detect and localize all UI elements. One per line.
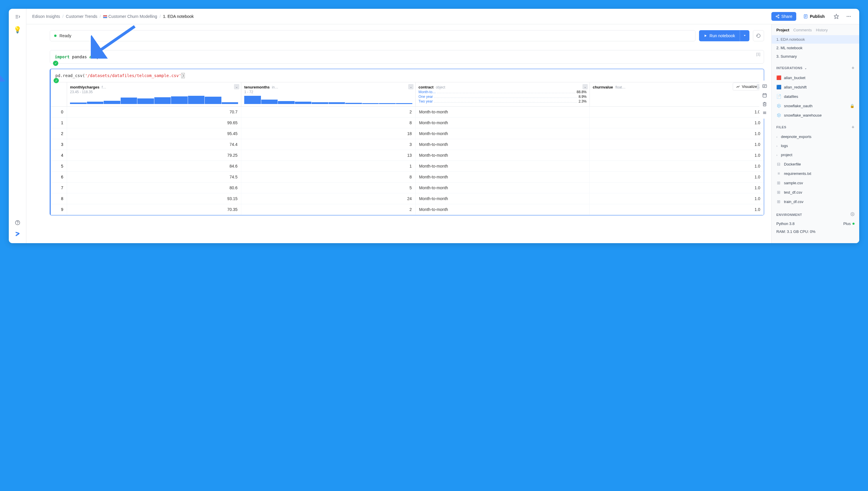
row-index: 7: [51, 182, 67, 193]
tab-history[interactable]: History: [816, 28, 828, 32]
code-content[interactable]: pd.read_csv('/datasets/datafiles/telcom_…: [51, 69, 764, 82]
more-icon[interactable]: [844, 12, 854, 21]
integration-item[interactable]: 📄datafiles: [772, 92, 859, 101]
gear-icon[interactable]: [850, 212, 855, 218]
file-item[interactable]: ⊞sample.csv: [772, 178, 859, 187]
table-cell: 95.45: [67, 128, 241, 139]
publish-button[interactable]: Publish: [799, 12, 829, 21]
help-icon[interactable]: [14, 219, 21, 226]
add-integration-button[interactable]: +: [851, 65, 855, 70]
integration-item[interactable]: ❄️snowflake_oauth🔒: [772, 101, 859, 111]
code-content[interactable]: import pandas as pd: [50, 50, 764, 63]
code-cell[interactable]: [1] import pandas as pd ✓: [50, 50, 764, 64]
chevron-right-icon: ›: [776, 153, 778, 157]
table-row[interactable]: 070.72Month-to-month1.0: [51, 107, 764, 117]
breadcrumb-item[interactable]: Customer Trends: [66, 14, 97, 19]
svg-marker-14: [834, 15, 839, 19]
dataframe-output: monthlycharges f…⌄23.45 - 118.35tenuremo…: [51, 82, 764, 215]
table-row[interactable]: 780.65Month-to-month1.0: [51, 182, 764, 193]
right-sidebar: Project Comments History 1. EDA notebook…: [771, 24, 859, 243]
column-menu-icon[interactable]: ⌄: [582, 84, 588, 89]
app-window: 💡 Edison Insights / Customer Trends / Cu…: [9, 9, 859, 243]
breadcrumb-item[interactable]: Customer Churn Modelling: [103, 14, 157, 19]
table-cell: 1.0: [590, 172, 764, 182]
breadcrumb-item[interactable]: Edison Insights: [32, 14, 60, 19]
delete-icon[interactable]: [760, 100, 769, 108]
df-column-header[interactable]: tenuremonths in…⌄1 - 72: [241, 82, 415, 106]
svg-point-5: [778, 15, 779, 16]
topbar: Edison Insights / Customer Trends / Cust…: [26, 9, 859, 24]
table-row[interactable]: 674.58Month-to-month1.0: [51, 172, 764, 182]
table-row[interactable]: 374.43Month-to-month1.0: [51, 139, 764, 150]
integration-icon: ❄️: [776, 113, 781, 117]
table-cell: 1.0: [590, 204, 764, 215]
svg-point-37: [852, 213, 853, 215]
tab-project[interactable]: Project: [776, 28, 789, 32]
run-notebook-dropdown[interactable]: [740, 30, 749, 41]
chevron-down-icon: ⌄: [805, 66, 807, 70]
deepnote-logo-icon[interactable]: 💡: [13, 26, 21, 34]
table-row[interactable]: 970.352Month-to-month1.0: [51, 204, 764, 215]
df-column-header[interactable]: contract object⌄Month-to…88.8%One year8.…: [415, 82, 590, 106]
files-header[interactable]: FILES +: [772, 120, 859, 132]
star-icon[interactable]: [832, 12, 841, 21]
integration-item[interactable]: ❄️snowflake_warehouse: [772, 111, 859, 120]
row-index: 8: [51, 193, 67, 204]
code-cell-active[interactable]: pd.read_csv('/datasets/datafiles/telcom_…: [50, 69, 764, 215]
file-item[interactable]: ⊞test_df.csv: [772, 187, 859, 197]
integration-icon: 📄: [776, 94, 781, 99]
integration-item[interactable]: 🟦allan_redshift: [772, 82, 859, 92]
table-row[interactable]: 584.61Month-to-month1.0: [51, 161, 764, 172]
run-notebook-button[interactable]: Run notebook: [699, 30, 740, 41]
table-cell: 80.6: [67, 182, 241, 193]
table-row[interactable]: 893.1524Month-to-month1.0: [51, 193, 764, 204]
tab-comments[interactable]: Comments: [793, 28, 812, 32]
table-row[interactable]: 479.2513Month-to-month1.0: [51, 150, 764, 161]
environment-header: ENVIRONMENT: [772, 206, 859, 220]
file-item[interactable]: ›project: [772, 150, 859, 160]
calendar-icon[interactable]: [760, 91, 769, 99]
notebook-column: Ready Run notebook: [26, 24, 771, 243]
svg-marker-19: [744, 35, 746, 36]
table-cell: 3: [241, 139, 415, 150]
env-python: Python 3.8: [776, 222, 795, 226]
integration-icon: 🟥: [776, 75, 781, 80]
refresh-button[interactable]: [753, 30, 764, 41]
file-icon: ⊞: [776, 180, 781, 185]
file-item[interactable]: ⊟Dockerfile: [772, 160, 859, 169]
env-plan: Plus: [843, 222, 851, 226]
file-item[interactable]: ›deepnote_exports: [772, 132, 859, 141]
integration-item[interactable]: 🟥allan_bucket: [772, 73, 859, 82]
table-row[interactable]: 199.658Month-to-month1.0: [51, 117, 764, 128]
df-column-header[interactable]: churnvalue float…⌄: [590, 82, 764, 106]
menu-icon[interactable]: [760, 109, 769, 117]
table-cell: Month-to-month: [415, 139, 590, 150]
row-index: 1: [51, 117, 67, 128]
kernel-status[interactable]: Ready: [50, 30, 695, 41]
column-menu-icon[interactable]: ⌄: [234, 84, 239, 89]
collapse-sidebar-icon[interactable]: [14, 13, 21, 20]
file-item[interactable]: ≡requirements.txt: [772, 169, 859, 178]
column-menu-icon[interactable]: ⌄: [408, 84, 414, 89]
table-cell: 2: [241, 204, 415, 215]
row-index: 9: [51, 204, 67, 215]
file-item[interactable]: ›logs: [772, 141, 859, 150]
table-cell: 1: [241, 161, 415, 171]
table-row[interactable]: 295.4518Month-to-month1.0: [51, 128, 764, 139]
table-cell: 99.65: [67, 117, 241, 128]
project-notebook-item[interactable]: 1. EDA notebook: [772, 35, 859, 44]
table-cell: 18: [241, 128, 415, 139]
comment-icon[interactable]: [760, 82, 769, 90]
breadcrumb-current[interactable]: 1. EDA notebook: [163, 14, 194, 19]
table-cell: 1.0: [590, 161, 764, 171]
file-item[interactable]: ⊞train_df.csv: [772, 197, 859, 206]
svg-point-15: [847, 16, 847, 17]
status-dot-icon: [852, 223, 855, 225]
project-notebook-item[interactable]: 3. Summary: [772, 52, 859, 61]
project-notebook-item[interactable]: 2. ML notebook: [772, 44, 859, 52]
add-file-button[interactable]: +: [851, 124, 855, 130]
share-button[interactable]: Share: [771, 12, 796, 21]
integrations-header[interactable]: INTEGRATIONS ⌄ +: [772, 61, 859, 73]
brand-icon[interactable]: [14, 230, 21, 237]
df-column-header[interactable]: monthlycharges f…⌄23.45 - 118.35: [67, 82, 241, 106]
